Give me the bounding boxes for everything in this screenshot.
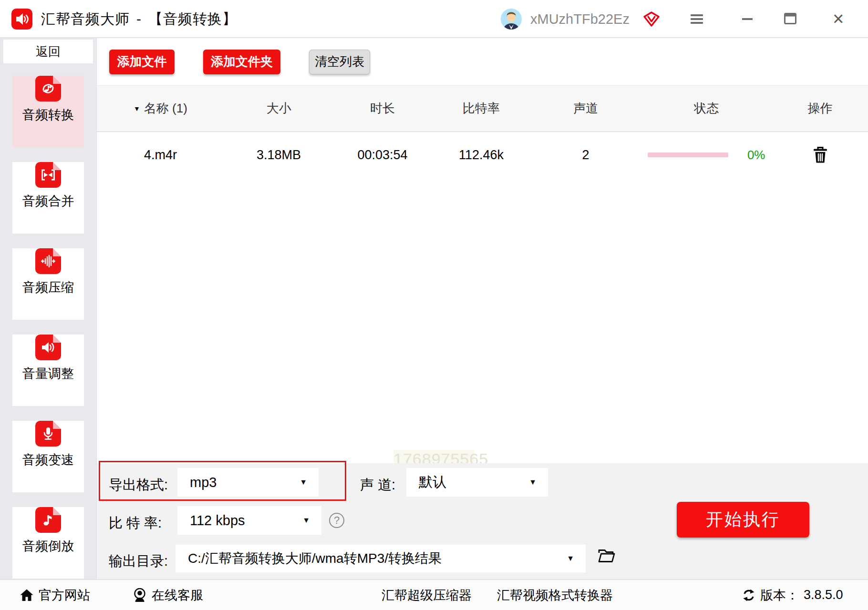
export-format-dropdown[interactable]: mp3 ▼: [177, 468, 319, 497]
audio-speed-icon: [35, 421, 61, 447]
audio-reverse-icon: [35, 507, 61, 533]
progress-percent-text: 0%: [747, 148, 765, 163]
add-folder-button[interactable]: 添加文件夹: [203, 50, 280, 74]
window-title: 汇帮音频大师-【音频转换】: [41, 0, 237, 38]
output-dir-label: 输出目录:: [109, 552, 168, 571]
super-compressor-link[interactable]: 汇帮超级压缩器: [382, 580, 472, 610]
sidebar-item-label: 音频倒放: [12, 538, 84, 555]
sidebar-item-label: 音频转换: [12, 106, 84, 123]
main-area: 添加文件 添加文件夹 清空列表 ▼ 名称 (1) 大小 时长 比特率 声道 状态…: [97, 38, 868, 579]
sidebar-item-audio-speed[interactable]: 音频变速: [12, 421, 84, 492]
version-label: 版本：: [760, 587, 799, 604]
sidebar-item-label: 音量调整: [12, 365, 84, 382]
window-title-app: 汇帮音频大师: [41, 11, 130, 27]
column-header-action: 操作: [772, 100, 868, 117]
window-title-mode: 【音频转换】: [148, 11, 237, 27]
help-icon[interactable]: ?: [329, 513, 344, 528]
online-support-link[interactable]: 在线客服: [133, 580, 203, 610]
audio-convert-icon: [35, 76, 61, 102]
minimize-button[interactable]: [742, 18, 753, 20]
column-header-size: 大小: [224, 100, 334, 117]
sidebar-item-audio-reverse[interactable]: 音频倒放: [12, 507, 84, 579]
add-file-button[interactable]: 添加文件: [109, 50, 175, 74]
app-logo-speaker-icon: [11, 9, 32, 30]
column-header-duration: 时长: [333, 100, 431, 117]
bitrate-dropdown[interactable]: 112 kbps ▼: [177, 506, 321, 535]
cell-file-name: 4.m4r: [97, 148, 224, 163]
sidebar-item-label: 音频合并: [12, 193, 84, 210]
volume-adjust-icon: [35, 335, 61, 360]
sidebar-item-audio-merge[interactable]: 音频合并: [12, 162, 84, 234]
file-table-header: ▼ 名称 (1) 大小 时长 比特率 声道 状态 操作: [97, 86, 868, 132]
sidebar-item-label: 音频压缩: [12, 279, 84, 296]
cell-status: 0%: [641, 148, 773, 163]
sidebar-item-audio-convert[interactable]: 音频转换: [12, 76, 84, 147]
menu-icon[interactable]: [691, 14, 703, 26]
cell-channels: 2: [531, 148, 641, 163]
column-header-bitrate: 比特率: [432, 100, 531, 117]
version-info: 版本：3.8.5.0: [742, 580, 843, 610]
start-button[interactable]: 开始执行: [677, 502, 809, 538]
channels-dropdown[interactable]: 默认 ▼: [406, 468, 548, 497]
home-icon: [20, 588, 34, 602]
cell-duration: 00:03:54: [333, 148, 431, 163]
chevron-down-icon: ▼: [302, 516, 310, 525]
version-value: 3.8.5.0: [804, 588, 843, 602]
bitrate-label: 比 特 率:: [109, 514, 162, 533]
export-format-label: 导出格式:: [109, 476, 168, 495]
user-avatar[interactable]: [501, 9, 522, 30]
bitrate-value: 112 kbps: [190, 513, 245, 529]
cell-bitrate: 112.46k: [432, 148, 531, 163]
status-bar: 官方网站 在线客服 汇帮超级压缩器 汇帮视频格式转换器 版本：3.8.5.0: [0, 579, 868, 610]
window-title-separator: -: [136, 11, 142, 27]
refresh-icon: [742, 589, 755, 602]
cell-file-size: 3.18MB: [224, 148, 334, 163]
channels-value: 默认: [419, 473, 446, 492]
column-header-name[interactable]: ▼ 名称 (1): [97, 100, 224, 117]
title-bar: 汇帮音频大师-【音频转换】 xMUzhTFb22Ez ×: [0, 0, 868, 38]
sidebar-item-label: 音频变速: [12, 451, 84, 468]
video-converter-link[interactable]: 汇帮视频格式转换器: [497, 580, 613, 610]
toolbar: 添加文件 添加文件夹 清空列表: [97, 38, 868, 86]
chevron-down-icon: ▼: [300, 478, 307, 487]
column-header-channels: 声道: [531, 100, 641, 117]
close-button[interactable]: ×: [833, 0, 844, 37]
maximize-button[interactable]: [784, 13, 796, 24]
customer-service-icon: [133, 588, 147, 602]
clear-list-button[interactable]: 清空列表: [309, 50, 370, 74]
delete-row-trash-icon[interactable]: [772, 146, 868, 164]
vip-badge-icon[interactable]: [643, 11, 660, 27]
settings-panel: 导出格式: mp3 ▼ 声 道: 默认 ▼ 比 特 率: 112 kbps ▼ …: [97, 463, 868, 579]
sort-descending-icon[interactable]: ▼: [134, 105, 140, 112]
sidebar-item-audio-compress[interactable]: 音频压缩: [12, 248, 84, 320]
sidebar-item-volume-adjust[interactable]: 音量调整: [12, 335, 84, 406]
output-dir-dropdown[interactable]: C:/汇帮音频转换大师/wma转MP3/转换结果 ▼: [176, 545, 586, 572]
audio-compress-icon: [35, 248, 61, 274]
channels-label: 声 道:: [360, 476, 395, 495]
sidebar: 返回 音频转换 音频合并: [0, 38, 97, 579]
column-header-status: 状态: [641, 100, 773, 117]
back-button[interactable]: 返回: [3, 40, 93, 63]
table-row[interactable]: 4.m4r 3.18MB 00:03:54 112.46k 2 0%: [97, 132, 868, 178]
browse-folder-icon[interactable]: [597, 548, 615, 563]
audio-merge-icon: [35, 162, 61, 188]
username-text: xMUzhTFb22Ez: [530, 0, 630, 38]
chevron-down-icon: ▼: [529, 478, 537, 487]
chevron-down-icon: ▼: [567, 554, 574, 563]
output-dir-value: C:/汇帮音频转换大师/wma转MP3/转换结果: [188, 549, 442, 568]
progress-bar: [648, 152, 728, 157]
official-site-link[interactable]: 官方网站: [20, 580, 90, 610]
export-format-value: mp3: [190, 475, 217, 490]
